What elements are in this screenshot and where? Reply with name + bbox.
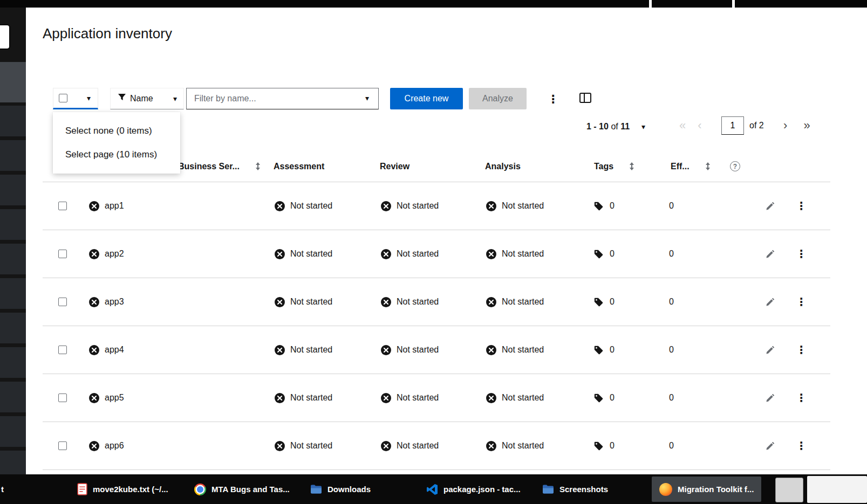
row-kebab-button[interactable]: ⋮ [796, 440, 807, 451]
edit-button[interactable] [766, 345, 775, 355]
row-kebab-button[interactable]: ⋮ [796, 296, 807, 307]
edit-button[interactable] [766, 249, 775, 259]
taskbar-item-migration-toolkit[interactable]: Migration Toolkit f... [652, 477, 761, 502]
name-cell[interactable]: app3 [78, 297, 175, 307]
sort-icon[interactable] [629, 162, 635, 170]
status-not-started: Not started [397, 441, 439, 451]
tags-cell[interactable]: 0 [588, 297, 664, 307]
effort-cell: 0 [664, 393, 726, 403]
current-page-input[interactable] [721, 116, 744, 135]
tags-cell[interactable]: 0 [588, 441, 664, 451]
sort-icon[interactable] [255, 162, 261, 170]
tags-cell[interactable]: 0 [588, 201, 664, 211]
edit-button[interactable] [766, 201, 775, 211]
tag-icon [594, 202, 603, 211]
filter-icon [118, 94, 126, 103]
kebab-icon: ⋮ [548, 93, 559, 105]
name-cell[interactable]: app1 [78, 201, 175, 211]
tags-count[interactable]: 0 [610, 249, 615, 259]
sidebar-active-item[interactable] [0, 62, 26, 102]
row-select-checkbox[interactable] [58, 441, 67, 450]
tags-cell[interactable]: 0 [588, 393, 664, 403]
tags-cell[interactable]: 0 [588, 345, 664, 355]
actions-cell: ⋮ [726, 344, 830, 355]
not-started-icon [275, 249, 285, 259]
app-name[interactable]: app4 [105, 345, 124, 355]
column-header-effort[interactable]: Eff... [664, 162, 726, 171]
row-select-checkbox[interactable] [58, 346, 67, 354]
typeahead-caret-icon[interactable]: ▾ [365, 94, 369, 102]
tags-cell[interactable]: 0 [588, 249, 664, 259]
window-thumbnail[interactable] [807, 476, 867, 503]
row-select-checkbox[interactable] [58, 393, 67, 402]
tags-count[interactable]: 0 [610, 201, 615, 211]
edit-button[interactable] [766, 297, 775, 307]
menu-item-select-none[interactable]: Select none (0 items) [53, 119, 180, 143]
next-page-button[interactable]: › [779, 120, 792, 132]
row-select-checkbox[interactable] [58, 202, 67, 210]
app-name[interactable]: app2 [105, 249, 124, 259]
app-name[interactable]: app5 [105, 393, 124, 403]
tags-count[interactable]: 0 [610, 441, 615, 451]
column-header-tags[interactable]: Tags [588, 162, 664, 171]
app-name[interactable]: app6 [105, 441, 124, 451]
menu-item-select-page[interactable]: Select page (10 items) [53, 143, 180, 167]
taskbar-overflow-label[interactable]: t [1, 474, 4, 504]
screen: Application inventory ▾ Name ▾ ▾ Create … [0, 0, 867, 504]
taskbar-item-package-json[interactable]: package.json - tac... [426, 474, 521, 504]
column-header-business-service[interactable]: Business Ser... [175, 162, 268, 171]
name-filter-input[interactable] [186, 88, 379, 109]
items-per-page-caret-icon[interactable]: ▾ [641, 123, 645, 130]
not-started-icon [275, 345, 285, 355]
taskbar-item-move2kube[interactable]: move2kube.txt (~/... [77, 474, 168, 504]
effort-value: 0 [669, 441, 674, 451]
taskbar-item-mta-bugs[interactable]: MTA Bugs and Tas... [194, 474, 290, 504]
app-name[interactable]: app3 [105, 297, 124, 307]
row-kebab-button[interactable]: ⋮ [796, 201, 807, 211]
first-page-button[interactable]: « [676, 120, 689, 132]
effort-value: 0 [669, 345, 674, 355]
taskbar-item-screenshots[interactable]: Screenshots [542, 474, 608, 504]
tags-count[interactable]: 0 [610, 393, 615, 403]
firefox-icon [659, 483, 672, 496]
assessment-cell: Not started [268, 441, 374, 451]
row-select-checkbox[interactable] [58, 250, 67, 258]
tags-count[interactable]: 0 [610, 297, 615, 307]
not-started-icon [89, 345, 99, 355]
bulk-select-toggle[interactable]: ▾ [53, 88, 98, 109]
column-management-button[interactable] [576, 88, 595, 109]
toolbar-kebab-button[interactable]: ⋮ [543, 88, 563, 109]
last-page-button[interactable]: » [801, 120, 814, 132]
analysis-cell: Not started [480, 201, 588, 211]
edit-button[interactable] [766, 441, 775, 451]
sidebar-nav-items[interactable] [0, 106, 26, 474]
effort-value: 0 [669, 393, 674, 403]
assessment-cell: Not started [268, 249, 374, 259]
row-kebab-button[interactable]: ⋮ [796, 248, 807, 259]
row-select-checkbox[interactable] [58, 298, 67, 306]
previous-page-button[interactable]: ‹ [693, 120, 706, 132]
filter-category-label: Name [130, 94, 169, 103]
name-cell[interactable]: app5 [78, 393, 175, 403]
name-cell[interactable]: app2 [78, 249, 175, 259]
not-started-icon [381, 249, 391, 259]
window-thumbnail[interactable] [775, 478, 803, 502]
name-cell[interactable]: app6 [78, 441, 175, 451]
sort-icon[interactable] [705, 162, 711, 170]
columns-icon [579, 93, 591, 105]
not-started-icon [275, 201, 285, 211]
row-kebab-button[interactable]: ⋮ [796, 392, 807, 403]
help-icon[interactable]: ? [730, 161, 740, 171]
app-name[interactable]: app1 [105, 201, 124, 211]
filter-category-toggle[interactable]: Name ▾ [110, 88, 184, 109]
taskbar-item-downloads[interactable]: Downloads [310, 474, 371, 504]
tags-count[interactable]: 0 [610, 345, 615, 355]
edit-button[interactable] [766, 393, 775, 403]
bulk-select-checkbox[interactable] [59, 94, 67, 102]
row-kebab-button[interactable]: ⋮ [796, 344, 807, 355]
create-new-button[interactable]: Create new [390, 88, 463, 109]
not-started-icon [89, 297, 99, 307]
name-cell[interactable]: app4 [78, 345, 175, 355]
analysis-cell: Not started [480, 249, 588, 259]
not-started-icon [381, 393, 391, 403]
